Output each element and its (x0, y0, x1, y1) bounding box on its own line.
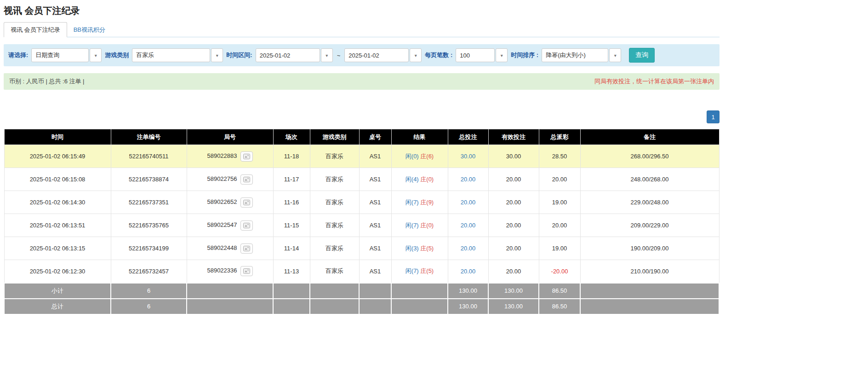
total-bet-link[interactable]: 20.00 (461, 268, 476, 275)
cell-payout: 19.00 (539, 191, 580, 214)
cell-round-id: 589022756 (187, 168, 273, 191)
cell-round-id: 589022547 (187, 214, 273, 237)
page-size-value[interactable]: 100 (456, 48, 495, 62)
search-button[interactable]: 查询 (629, 48, 655, 63)
cell-remark: 209.00/229.00 (580, 214, 719, 237)
video-replay-button[interactable] (240, 174, 253, 185)
cell-session: 11-13 (273, 260, 310, 283)
tab-bb-video-points[interactable]: BB视讯积分 (67, 23, 112, 37)
cell-result: 闲(4) 庄(0) (391, 168, 448, 191)
col-header-table-no: 桌号 (359, 129, 391, 145)
currency-total-summary: 币别 : 人民币 | 总共 :6 注单 | (9, 77, 85, 86)
cell-time: 2025-01-02 06:13:51 (4, 214, 111, 237)
cell-payout: 28.50 (539, 145, 580, 168)
table-row: 2025-01-02 06:14:30 522165737351 5890226… (4, 191, 719, 214)
cell-game-type: 百家乐 (310, 145, 359, 168)
result-player: 闲(3) (405, 245, 419, 252)
total-bet-link[interactable]: 30.00 (461, 153, 476, 160)
round-id-value: 589022756 (207, 175, 237, 182)
tab-bar: 视讯 会员下注纪录 BB视讯积分 (4, 23, 720, 37)
video-replay-icon (243, 246, 250, 251)
cell-valid-bet: 20.00 (488, 260, 539, 283)
filter-bar: 请选择: 日期查询 ▾ 游戏类别 百家乐 ▾ 时间区间: 2025-01-02 … (4, 44, 720, 66)
cell-result: 闲(3) 庄(5) (391, 237, 448, 260)
chevron-down-icon[interactable]: ▾ (609, 48, 621, 62)
cell-total-bet: 20.00 (448, 214, 488, 237)
cell-game-type: 百家乐 (310, 237, 359, 260)
result-player: 闲(7) (405, 199, 419, 206)
cell-payout: -20.00 (539, 260, 580, 283)
col-header-game-type: 游戏类别 (310, 129, 359, 145)
total-total-bet: 130.00 (448, 299, 488, 314)
sort-value[interactable]: 降幂(由大到小) (542, 48, 608, 62)
round-id-value: 589022547 (207, 221, 237, 228)
video-replay-button[interactable] (240, 197, 253, 208)
total-bet-link[interactable]: 20.00 (461, 199, 476, 206)
col-header-result: 结果 (391, 129, 448, 145)
chevron-down-icon[interactable]: ▾ (321, 48, 333, 62)
subtotal-count: 6 (111, 283, 187, 299)
cell-valid-bet: 20.00 (488, 214, 539, 237)
cell-session: 11-16 (273, 191, 310, 214)
subtotal-label: 小计 (4, 283, 111, 299)
col-header-total-bet: 总投注 (448, 129, 488, 145)
cell-bet-id: 522165740511 (111, 145, 187, 168)
cell-session: 11-15 (273, 214, 310, 237)
date-to-select[interactable]: 2025-01-02 ▾ (344, 48, 422, 62)
total-bet-link[interactable]: 20.00 (461, 222, 476, 229)
video-replay-button[interactable] (240, 151, 253, 162)
cell-result: 闲(7) 庄(9) (391, 191, 448, 214)
round-id-value: 589022448 (207, 244, 237, 251)
tab-betting-records[interactable]: 视讯 会员下注纪录 (4, 22, 67, 37)
result-player: 闲(7) (405, 222, 419, 229)
cell-result: 闲(7) 庄(5) (391, 260, 448, 283)
total-count: 6 (111, 299, 187, 314)
total-bet-link[interactable]: 20.00 (461, 245, 476, 252)
chevron-down-icon[interactable]: ▾ (90, 48, 102, 62)
game-type-select[interactable]: 百家乐 ▾ (132, 48, 223, 62)
date-mode-select[interactable]: 日期查询 ▾ (31, 48, 102, 62)
round-id-value: 589022883 (207, 152, 237, 159)
video-replay-button[interactable] (240, 220, 253, 231)
cell-round-id: 589022336 (187, 260, 273, 283)
date-from-select[interactable]: 2025-01-02 ▾ (256, 48, 333, 62)
time-range-label: 时间区间: (226, 51, 252, 59)
cell-total-bet: 20.00 (448, 191, 488, 214)
chevron-down-icon[interactable]: ▾ (211, 48, 223, 62)
cell-session (273, 299, 310, 314)
cell-valid-bet: 20.00 (488, 191, 539, 214)
cell-table-no: AS1 (359, 168, 391, 191)
cell-time: 2025-01-02 06:15:49 (4, 145, 111, 168)
video-replay-button[interactable] (240, 243, 253, 254)
date-mode-value[interactable]: 日期查询 (31, 48, 89, 62)
subtotal-total-bet: 130.00 (448, 283, 488, 299)
chevron-down-icon[interactable]: ▾ (496, 48, 508, 62)
page-size-label: 每页笔数 : (425, 51, 452, 59)
subtotal-payout: 86.50 (539, 283, 580, 299)
cell-bet-id: 522165732457 (111, 260, 187, 283)
game-type-value[interactable]: 百家乐 (132, 48, 210, 62)
video-replay-button[interactable] (240, 266, 253, 276)
sort-select[interactable]: 降幂(由大到小) ▾ (542, 48, 621, 62)
col-header-round-id: 局号 (187, 129, 273, 145)
cell-time: 2025-01-02 06:13:15 (4, 237, 111, 260)
cell-result (391, 283, 448, 299)
cell-result: 闲(0) 庄(6) (391, 145, 448, 168)
page-size-select[interactable]: 100 ▾ (456, 48, 508, 62)
cell-remark: 248.00/268.00 (580, 168, 719, 191)
table-row: 2025-01-02 06:13:15 522165734199 5890224… (4, 237, 719, 260)
video-replay-icon (243, 200, 250, 205)
chevron-down-icon[interactable]: ▾ (410, 48, 422, 62)
date-from-value[interactable]: 2025-01-02 (256, 48, 320, 62)
cell-session: 11-17 (273, 168, 310, 191)
cell-table-no: AS1 (359, 214, 391, 237)
page-number-button[interactable]: 1 (707, 110, 720, 123)
cell-remark (580, 283, 719, 299)
col-header-payout: 总派彩 (539, 129, 580, 145)
total-bet-link[interactable]: 20.00 (461, 176, 476, 183)
cell-game-type: 百家乐 (310, 168, 359, 191)
cell-round-id: 589022883 (187, 145, 273, 168)
date-to-value[interactable]: 2025-01-02 (344, 48, 409, 62)
cell-table-no: AS1 (359, 191, 391, 214)
cell-game-type: 百家乐 (310, 214, 359, 237)
